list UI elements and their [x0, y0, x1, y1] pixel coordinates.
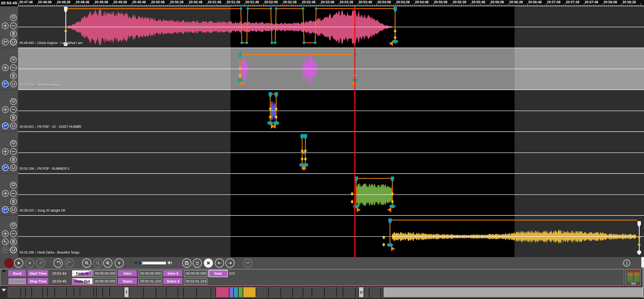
cart-cell[interactable] — [80, 287, 94, 297]
intro2-button[interactable]: Intro 2 — [163, 270, 182, 277]
zoom-out-track-icon[interactable] — [10, 190, 17, 197]
add-note-button[interactable] — [36, 258, 45, 268]
playhead-cursor[interactable] — [354, 6, 355, 257]
cartwall-expander-arrow-icon[interactable] — [2, 289, 6, 292]
zoom-in-track-icon[interactable] — [2, 64, 9, 71]
zoom-out-button[interactable] — [93, 258, 102, 268]
delete-track-icon[interactable] — [10, 72, 17, 79]
track-row[interactable]: 00:04.601|P8 POP - S2 - GODT HUMØR — [0, 90, 644, 132]
cart-cell[interactable] — [369, 287, 381, 297]
clip-trim-arrow-handle[interactable] — [391, 246, 395, 251]
cart-cell[interactable] — [325, 287, 337, 297]
split-track-icon[interactable] — [2, 39, 9, 45]
delete-track-icon[interactable] — [10, 238, 17, 245]
delete-track-icon[interactable] — [10, 114, 17, 121]
cart-cell[interactable] — [343, 287, 356, 297]
cart-cell[interactable] — [312, 287, 325, 297]
cart-cell[interactable] — [144, 287, 156, 297]
cart-cell[interactable] — [48, 287, 55, 297]
timeline-ruler[interactable]: 20:47:4820:48:0820:48:2820:48:4820:49:08… — [0, 0, 644, 6]
fade-curve-icon[interactable] — [10, 206, 17, 213]
play-button[interactable] — [14, 258, 23, 268]
panel-expander-arrow-icon[interactable] — [2, 270, 6, 273]
cart-cell[interactable] — [32, 287, 43, 297]
split-track-icon[interactable] — [2, 122, 9, 129]
delete-track-icon[interactable] — [10, 156, 17, 163]
start-time-button[interactable]: Start Time — [28, 270, 48, 277]
collapse-track-icon[interactable] — [10, 98, 17, 105]
cart-cell[interactable] — [74, 287, 80, 297]
gain-button[interactable]: Gain — [209, 270, 227, 277]
zoom-in-button[interactable] — [82, 258, 91, 268]
clip-trim-arrow-handle[interactable] — [357, 207, 361, 212]
fade-curve-icon[interactable] — [10, 164, 17, 171]
intro-button[interactable]: Intro — [118, 270, 137, 277]
fade-out-button[interactable]: Fade Out — [72, 278, 92, 284]
collapse-track-icon[interactable] — [10, 140, 17, 147]
cart-cell[interactable] — [8, 287, 21, 297]
track-row[interactable]: 04:25.168|Hindi Zahra - Beautiful Tango — [0, 216, 644, 258]
track-row[interactable]: 02:01.224|New Recording — [0, 48, 644, 90]
zoom-out-track-icon[interactable] — [10, 230, 17, 237]
cart-cell[interactable] — [234, 287, 239, 297]
save-button[interactable] — [182, 258, 191, 268]
record-button[interactable] — [4, 258, 14, 268]
clip-trim-arrow-handle[interactable] — [389, 41, 393, 46]
cart-cell[interactable] — [166, 287, 178, 297]
cart-cell-O[interactable]: O — [359, 287, 364, 297]
intro-value[interactable]: 00:00:00.000 — [139, 270, 162, 277]
cart-cell[interactable] — [381, 287, 383, 297]
zoom-in-track-icon[interactable] — [2, 190, 9, 197]
close-button[interactable] — [204, 258, 213, 268]
split-track-icon[interactable] — [2, 81, 9, 87]
stop-time-button[interactable]: Stop Time — [28, 278, 48, 284]
cart-cell[interactable] — [293, 287, 303, 297]
clip-trim-arrow-handle[interactable] — [272, 124, 276, 129]
zoom-out-track-icon[interactable] — [10, 148, 17, 155]
split-track-icon[interactable] — [2, 247, 9, 253]
track-row[interactable]: 00:39.020|Song 20 allright OK — [0, 174, 644, 216]
collapse-track-icon[interactable] — [10, 14, 17, 21]
redo-button[interactable] — [65, 258, 74, 268]
cart-cell[interactable] — [281, 287, 293, 297]
scroll-down-button[interactable] — [115, 258, 124, 268]
cart-cell[interactable] — [356, 287, 359, 297]
crossfade-button[interactable]: Crossfade — [8, 278, 26, 284]
zoom-in-track-icon[interactable] — [2, 148, 9, 155]
cart-cell[interactable] — [197, 287, 211, 297]
cart-cell[interactable] — [243, 287, 256, 297]
cart-cell[interactable] — [239, 287, 243, 297]
outro2-value[interactable]: 00:02:01.224 — [184, 278, 207, 284]
fade-curve-icon[interactable] — [10, 81, 17, 87]
fade-out-value[interactable]: 00:00:00.000 — [93, 278, 116, 284]
cart-cell[interactable] — [229, 287, 234, 297]
collapse-track-icon[interactable] — [10, 182, 17, 189]
cart-cell[interactable] — [43, 287, 48, 297]
cart-cell[interactable] — [110, 287, 124, 297]
cart-cell[interactable] — [211, 287, 216, 297]
outro-button[interactable]: Outro — [118, 278, 137, 284]
fade-curve-icon[interactable] — [10, 122, 17, 129]
fade-curve-icon[interactable] — [10, 39, 17, 45]
delete-track-icon[interactable] — [10, 31, 17, 37]
cart-cell[interactable] — [178, 287, 184, 297]
cart-cell[interactable] — [103, 287, 110, 297]
split-track-icon[interactable] — [2, 164, 9, 171]
zoom-out-track-icon[interactable] — [10, 22, 17, 29]
voice-track-button[interactable]: VT — [243, 258, 252, 268]
zoom-in-track-icon[interactable] — [2, 106, 9, 113]
clip-trim-arrow-handle[interactable] — [350, 81, 354, 86]
add-clip-icon[interactable] — [2, 238, 9, 245]
zoom-out-track-icon[interactable] — [10, 64, 17, 71]
cart-cell[interactable] — [67, 287, 74, 297]
cart-cell[interactable] — [364, 287, 369, 297]
speaker-icon[interactable] — [168, 261, 173, 266]
cart-cell[interactable] — [156, 287, 166, 297]
zoom-in-track-icon[interactable] — [2, 230, 9, 237]
track-row[interactable]: 00:03.156|P8 POP - NUMMER 5 — [0, 132, 644, 174]
fade-curve-icon[interactable] — [10, 247, 17, 253]
volume-slider-thumb[interactable] — [141, 261, 142, 265]
cart-cell[interactable] — [97, 287, 103, 297]
cart-cell-T[interactable]: T — [124, 287, 129, 297]
clip-trim-arrow-handle[interactable] — [301, 166, 305, 171]
